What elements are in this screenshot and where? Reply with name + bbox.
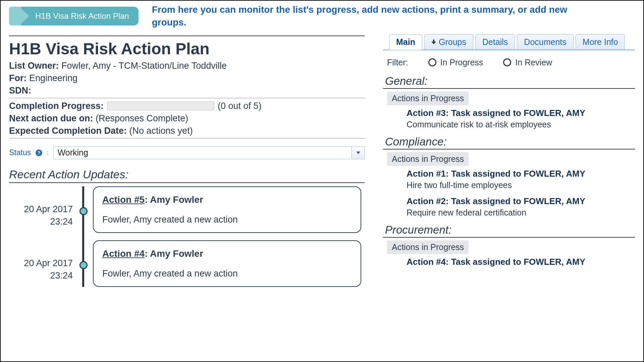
next-due-value: (Responses Complete) — [93, 113, 189, 123]
action-author: : Amy Fowler — [145, 248, 203, 259]
action-head: Action #3: Task assigned to FOWLER, AMY — [407, 108, 635, 118]
chevron-down-icon — [356, 152, 360, 154]
action-head: Action #4: Task assigned to FOWLER, AMY — [407, 257, 635, 267]
divider — [383, 88, 635, 89]
action-author: : Amy Fowler — [145, 194, 203, 205]
for-value: Engineering — [26, 73, 77, 83]
divider — [383, 149, 635, 149]
action-item[interactable]: Action #3: Task assigned to FOWLER, AMY … — [407, 108, 635, 129]
intro-text: From here you can monitor the list's pro… — [152, 3, 588, 29]
timeline-item: 20 Apr 2017 23:24 Action #5: Amy Fowler … — [76, 186, 365, 233]
tab-documents[interactable]: Documents — [517, 34, 573, 50]
group-procurement: Procurement: Actions in Progress Action … — [383, 224, 635, 267]
timeline-date: 20 Apr 2017 — [9, 203, 73, 216]
action-desc: Communicate risk to at-risk employees — [407, 120, 635, 129]
group-title: General: — [385, 75, 635, 87]
timeline-date: 20 Apr 2017 — [9, 257, 73, 270]
timeline-card[interactable]: Action #4: Amy Fowler Fowler, Amy create… — [93, 240, 361, 287]
divider — [9, 98, 365, 98]
action-item[interactable]: Action #4: Task assigned to FOWLER, AMY — [407, 257, 635, 267]
divider — [9, 36, 365, 36]
tab-more-info[interactable]: More Info — [576, 34, 625, 50]
sdn-label: SDN: — [9, 85, 31, 96]
page-title: H1B Visa Risk Action Plan — [9, 40, 365, 58]
recent-updates-heading: Recent Action Updates: — [9, 168, 365, 181]
action-link[interactable]: Action #5 — [102, 194, 145, 205]
actions-in-progress-badge: Actions in Progress — [387, 92, 469, 105]
filter-in-review-label: In Review — [515, 58, 552, 67]
actions-in-progress-badge: Actions in Progress — [387, 240, 469, 254]
status-select-value: Working — [54, 148, 352, 158]
owner-label: List Owner: — [9, 61, 59, 71]
status-select[interactable]: Working — [53, 146, 365, 159]
timeline-time: 23:24 — [9, 269, 73, 282]
filter-label: Filter: — [387, 58, 408, 67]
action-desc: Require new federal certification — [407, 208, 635, 218]
tab-groups-label: Groups — [439, 37, 466, 47]
action-item[interactable]: Action #1: Task assigned to FOWLER, AMY … — [407, 169, 635, 190]
group-compliance: Compliance: Actions in Progress Action #… — [383, 135, 635, 218]
help-icon[interactable]: ? — [36, 149, 42, 156]
progress-bar — [107, 102, 214, 110]
timeline-card[interactable]: Action #5: Amy Fowler Fowler, Amy create… — [93, 186, 361, 233]
status-select-toggle[interactable] — [352, 147, 364, 159]
group-title: Compliance: — [385, 135, 635, 148]
expected-value: (No actions yet) — [127, 126, 193, 136]
divider — [9, 182, 365, 183]
filter-in-progress[interactable]: In Progress — [428, 58, 483, 67]
filter-in-review[interactable]: In Review — [503, 58, 552, 67]
breadcrumb-label: H1B Visa Risk Action Plan — [21, 7, 139, 25]
timeline-dot-icon — [79, 261, 88, 269]
breadcrumb-chevron-icon — [19, 7, 29, 25]
timeline-item: 20 Apr 2017 23:24 Action #4: Amy Fowler … — [76, 240, 365, 287]
action-head: Action #1: Task assigned to FOWLER, AMY — [407, 169, 635, 179]
timeline-body: Fowler, Amy created a new action — [102, 268, 352, 279]
timeline: 20 Apr 2017 23:24 Action #5: Amy Fowler … — [9, 186, 365, 287]
breadcrumb[interactable]: H1B Visa Risk Action Plan — [9, 7, 139, 25]
owner-value: Fowler, Amy - TCM-Station/Line Toddville — [59, 61, 227, 71]
timeline-time: 23:24 — [9, 216, 73, 228]
status-label: Status — [9, 148, 31, 157]
tab-groups[interactable]: Groups — [424, 34, 473, 50]
next-due-label: Next action due on: — [9, 113, 93, 123]
tabs: Main Groups Details Documents More Info — [383, 34, 635, 50]
group-title: Procurement: — [385, 224, 635, 236]
timeline-body: Fowler, Amy created a new action — [102, 215, 352, 225]
actions-in-progress-badge: Actions in Progress — [387, 152, 469, 166]
tab-main[interactable]: Main — [389, 35, 422, 50]
for-label: For: — [9, 73, 26, 83]
expected-label: Expected Completion Date: — [9, 126, 127, 136]
tab-details[interactable]: Details — [475, 34, 515, 50]
download-arrow-icon — [431, 40, 436, 44]
radio-icon — [428, 58, 436, 66]
completion-label: Completion Progress: — [9, 101, 104, 111]
action-head: Action #2: Task assigned to FOWLER, AMY — [407, 196, 635, 206]
divider — [9, 138, 365, 138]
group-general: General: Actions in Progress Action #3: … — [383, 75, 635, 129]
status-label-suffix: : — [47, 150, 48, 156]
action-link[interactable]: Action #4 — [102, 248, 145, 259]
action-item[interactable]: Action #2: Task assigned to FOWLER, AMY … — [407, 196, 635, 218]
divider — [383, 237, 635, 238]
filter-in-progress-label: In Progress — [440, 58, 483, 67]
completion-count: (0 out of 5) — [218, 101, 262, 111]
action-desc: Hire two full-time employees — [407, 180, 635, 190]
radio-icon — [503, 58, 511, 66]
timeline-dot-icon — [79, 207, 88, 215]
